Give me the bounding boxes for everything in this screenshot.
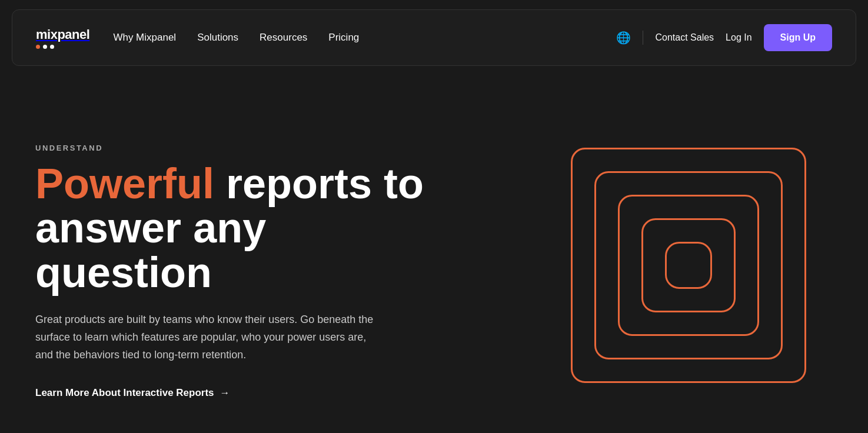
square-5: [665, 242, 712, 289]
nav-item-solutions[interactable]: Solutions: [197, 32, 238, 44]
nav-item-pricing[interactable]: Pricing: [328, 32, 359, 44]
nav-right: 🌐 Contact Sales Log In Sign Up: [616, 24, 832, 51]
hero-heading-highlight: Powerful: [35, 160, 214, 207]
hero-cta-arrow: →: [220, 387, 230, 399]
signup-button[interactable]: Sign Up: [764, 24, 832, 51]
nav-menu: Why Mixpanel Solutions Resources Pricing: [113, 32, 359, 44]
nav-left: mixpanel Why Mixpanel Solutions Resource…: [36, 27, 359, 49]
hero-content: UNDERSTAND Powerful reports to answer an…: [35, 132, 447, 399]
hero-description: Great products are built by teams who kn…: [35, 311, 377, 364]
hero-cta-label: Learn More About Interactive Reports: [35, 387, 214, 399]
nav-link-pricing[interactable]: Pricing: [328, 32, 359, 43]
login-link[interactable]: Log In: [726, 32, 751, 43]
navbar: mixpanel Why Mixpanel Solutions Resource…: [12, 9, 856, 66]
hero-section: UNDERSTAND Powerful reports to answer an…: [0, 75, 868, 432]
logo-dot-1: [36, 45, 40, 49]
nav-divider: [643, 31, 643, 45]
logo-dots: [36, 45, 89, 49]
nav-item-why-mixpanel[interactable]: Why Mixpanel: [113, 32, 176, 44]
logo-dot-3: [50, 45, 54, 49]
logo[interactable]: mixpanel: [36, 27, 89, 49]
concentric-squares: [571, 148, 806, 383]
nav-link-why-mixpanel[interactable]: Why Mixpanel: [113, 32, 176, 43]
nav-link-resources[interactable]: Resources: [260, 32, 307, 43]
hero-cta-link[interactable]: Learn More About Interactive Reports →: [35, 387, 447, 399]
hero-heading: Powerful reports to answer any question: [35, 162, 447, 295]
logo-dot-2: [43, 45, 47, 49]
hero-eyebrow: UNDERSTAND: [35, 144, 447, 152]
contact-sales-link[interactable]: Contact Sales: [655, 32, 714, 43]
hero-graphic: [562, 139, 815, 392]
nav-item-resources[interactable]: Resources: [260, 32, 307, 44]
nav-link-solutions[interactable]: Solutions: [197, 32, 238, 43]
logo-text: mixpanel: [36, 27, 89, 42]
globe-icon[interactable]: 🌐: [616, 31, 631, 45]
